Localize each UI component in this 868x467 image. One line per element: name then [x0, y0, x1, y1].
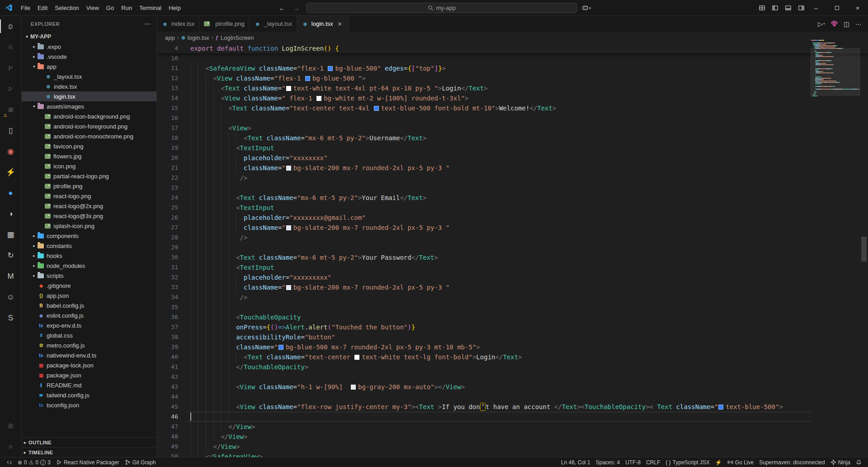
- line-number[interactable]: 48: [157, 432, 178, 442]
- line-number[interactable]: 40: [157, 352, 178, 362]
- tree-file-android-icon-background-png[interactable]: android-icon-background.png: [22, 111, 156, 121]
- layout-sidebar-left-icon[interactable]: [772, 5, 778, 11]
- line-number[interactable]: 27: [157, 223, 178, 233]
- explorer-root[interactable]: ▾MY-APP: [22, 32, 156, 42]
- status-port-indicator[interactable]: ⚡: [712, 457, 725, 467]
- code-line-36[interactable]: 36 <TouchableOpacity: [157, 312, 811, 322]
- status-git-graph[interactable]: Git Graph: [122, 457, 159, 467]
- line-number[interactable]: 19: [157, 143, 178, 153]
- line-number[interactable]: 29: [157, 243, 178, 253]
- code-line-41[interactable]: 41 </TouchableOpacity>: [157, 362, 811, 372]
- code-line-50[interactable]: 50 </SafeAreaView>: [157, 452, 811, 457]
- tree-file-partial-react-logo-png[interactable]: partial-react-logo.png: [22, 171, 156, 181]
- line-number[interactable]: 21: [157, 163, 178, 173]
- line-number[interactable]: 4: [157, 43, 178, 53]
- tree-file-flowers-jpg[interactable]: flowers.jpg: [22, 151, 156, 161]
- tree-folder-node-modules[interactable]: ▸node_modules: [22, 261, 156, 271]
- line-number[interactable]: 41: [157, 362, 178, 372]
- activity-ext-emulator[interactable]: ◉: [0, 141, 21, 162]
- code-line-35[interactable]: 35: [157, 302, 811, 312]
- activity-extensions[interactable]: ⚠: [0, 99, 21, 120]
- breadcrumb-item[interactable]: app: [165, 34, 175, 41]
- tree-file-login-tsx[interactable]: ⊛login.tsx: [22, 91, 156, 101]
- line-number[interactable]: 14: [157, 93, 178, 103]
- code-line-4[interactable]: 4export default function LogInScreen() {: [157, 43, 868, 53]
- tree-file-package-lock-json[interactable]: ▦package-lock.json: [22, 360, 156, 370]
- line-number[interactable]: 22: [157, 173, 178, 183]
- menu-selection[interactable]: Selection: [51, 0, 82, 16]
- tree-file-global-css[interactable]: #global.css: [22, 330, 156, 340]
- breadcrumb-item[interactable]: LogInScreen: [221, 34, 254, 41]
- layout-sidebar-right-icon[interactable]: [798, 5, 805, 11]
- editor-scrollbar-thumb[interactable]: [861, 237, 867, 262]
- line-number[interactable]: 18: [157, 133, 178, 143]
- status-notifications[interactable]: [853, 457, 864, 467]
- code-line-37[interactable]: 37 onPress={()=>Alert.alert("Touched the…: [157, 322, 811, 332]
- tree-folder-scripts[interactable]: ▸scripts: [22, 271, 156, 281]
- code-line-31[interactable]: 31 <TextInput: [157, 262, 811, 272]
- line-number[interactable]: 13: [157, 83, 178, 93]
- tree-file-android-icon-foreground-png[interactable]: android-icon-foreground.png: [22, 121, 156, 131]
- tab-login-tsx[interactable]: ⊛login.tsx×: [297, 16, 349, 32]
- activity-ext-s[interactable]: S: [0, 307, 21, 328]
- code-line-38[interactable]: 38 accessibilityRole="button": [157, 332, 811, 342]
- line-number[interactable]: 38: [157, 332, 178, 342]
- tree-folder-app[interactable]: ▾app: [22, 62, 156, 71]
- activity-ext-mobile[interactable]: ▯: [0, 120, 21, 141]
- tree-file-package-json[interactable]: ▦package.json: [22, 370, 156, 380]
- tree-file-favicon-png[interactable]: favicon.png: [22, 141, 156, 151]
- tree-file-ptrofile-png[interactable]: ptrofile.png: [22, 181, 156, 191]
- minimap[interactable]: [811, 40, 859, 97]
- menu-help[interactable]: Help: [165, 0, 184, 16]
- code-line-42[interactable]: 42: [157, 372, 811, 382]
- code-line-28[interactable]: 28 />: [157, 233, 811, 243]
- tree-file-index-tsx[interactable]: ⊛index.tsx: [22, 81, 156, 91]
- tree-file-expo-env-d-ts[interactable]: tsexpo-env.d.ts: [22, 320, 156, 330]
- code-line-33[interactable]: 33 className="bg-slate-200 mx-7 rounded-…: [157, 282, 811, 292]
- status-language-mode[interactable]: { }TypeScript JSX: [663, 457, 712, 467]
- code-line-18[interactable]: 18 <Text className="mx-6 mt-5 py-2">User…: [157, 133, 811, 143]
- code-line-16[interactable]: 16: [157, 113, 811, 123]
- menu-run[interactable]: Run: [118, 0, 136, 16]
- code-line-46[interactable]: 46: [157, 412, 811, 422]
- line-number[interactable]: 46: [157, 412, 178, 422]
- line-number[interactable]: 39: [157, 342, 178, 352]
- tree-file-android-icon-monochrome-png[interactable]: android-icon-monochrome.png: [22, 131, 156, 141]
- activity-accounts[interactable]: [0, 415, 21, 436]
- line-number[interactable]: 34: [157, 292, 178, 302]
- activity-explorer[interactable]: [0, 16, 21, 37]
- code-line-45[interactable]: 45 <View className="flex-row justify-cen…: [157, 402, 811, 412]
- line-number[interactable]: 42: [157, 372, 178, 382]
- tree-file-app-json[interactable]: {}app.json: [22, 291, 156, 300]
- code-line-14[interactable]: 14 <View className=" flex-1 bg-white mt-…: [157, 93, 811, 103]
- activity-source-control[interactable]: [0, 57, 21, 78]
- code-line-43[interactable]: 43 <View className="h-1 w-[90%] bg-gray-…: [157, 382, 811, 392]
- layout-grid-icon[interactable]: [759, 5, 765, 11]
- command-center-search[interactable]: my-app: [306, 3, 577, 13]
- code-line-30[interactable]: 30 <Text className="mx-6 mt-5 py-2">Your…: [157, 253, 811, 262]
- tree-folder-constants[interactable]: ▸constants: [22, 241, 156, 251]
- line-number[interactable]: 11: [157, 63, 178, 73]
- code-line-39[interactable]: 39 className="bg-blue-500 mx-7 rounded-2…: [157, 342, 811, 352]
- code-line-10[interactable]: 10: [157, 53, 811, 63]
- code-line-29[interactable]: 29: [157, 243, 811, 253]
- tree-file-react-logo-3x-png[interactable]: react-logo@3x.png: [22, 211, 156, 221]
- tab-ptrofile-png[interactable]: ptrofile.png: [199, 16, 249, 32]
- code-line-26[interactable]: 26 placeholder="xxxxxxxx@gmail.com": [157, 213, 811, 223]
- tree-file-layout-tsx[interactable]: ⊛_layout.tsx: [22, 71, 156, 81]
- supermaven-gem-button[interactable]: [831, 20, 838, 27]
- close-icon[interactable]: ×: [336, 20, 344, 28]
- tree-file-gitignore[interactable]: ◆.gitignore: [22, 281, 156, 291]
- code-line-32[interactable]: 32 placeholder="xxxxxxxxx": [157, 272, 811, 282]
- tree-folder-components[interactable]: ▸components: [22, 231, 156, 241]
- tree-folder-hooks[interactable]: ▸hooks: [22, 251, 156, 261]
- status-eol[interactable]: CRLF: [643, 457, 663, 467]
- more-actions-button[interactable]: ⋯: [855, 20, 862, 28]
- status-problems[interactable]: ⊗0⚠0i3: [15, 457, 53, 467]
- code-line-20[interactable]: 20 placeholder="xxxxxxxx": [157, 153, 811, 163]
- tree-file-splash-icon-png[interactable]: splash-icon.png: [22, 221, 156, 231]
- breadcrumb-item[interactable]: login.tsx: [188, 34, 209, 41]
- status-remote-indicator[interactable]: [4, 457, 15, 467]
- code-line-49[interactable]: 49 </View>: [157, 442, 811, 452]
- line-number[interactable]: 15: [157, 103, 178, 113]
